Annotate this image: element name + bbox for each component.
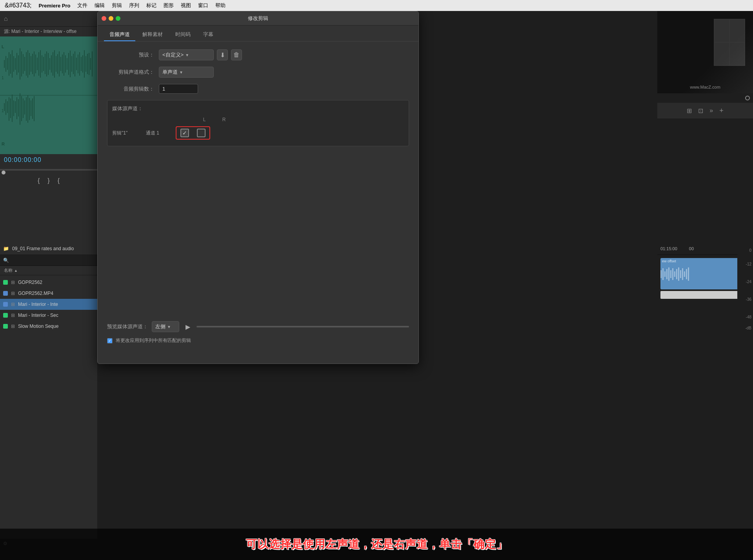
menu-premiere[interactable]: Premiere Pro xyxy=(39,3,71,9)
svg-rect-9 xyxy=(18,55,19,73)
file-color-indicator xyxy=(3,313,8,318)
timeline-clip[interactable]: ew offset xyxy=(660,258,750,289)
scrubber-area[interactable] xyxy=(0,166,97,174)
preview-side-select[interactable]: 左侧 ▼ xyxy=(152,321,179,332)
source-monitor: ⌂ 源: Mari - Interior - Interview - offse… xyxy=(0,11,97,242)
apple-menu[interactable]: &#63743; xyxy=(5,2,32,9)
svg-rect-29 xyxy=(49,58,50,70)
db-label-db: -dB xyxy=(745,326,751,330)
trash-icon: 🗑 xyxy=(233,51,240,58)
svg-rect-72 xyxy=(26,97,27,121)
format-row: 剪辑声道格式： 单声道 ▼ xyxy=(107,67,409,78)
clip-label: 剪辑"1" xyxy=(112,130,140,136)
svg-rect-83 xyxy=(670,270,671,278)
list-item[interactable]: ⊞ GOPR2562.MP4 xyxy=(0,288,97,299)
file-color-indicator xyxy=(3,302,8,307)
menu-help[interactable]: 帮助 xyxy=(215,2,226,9)
out-point-icon[interactable]: } xyxy=(47,177,49,184)
svg-rect-41 xyxy=(68,53,69,75)
fit-height-icon[interactable]: ⊡ xyxy=(698,107,703,115)
svg-rect-61 xyxy=(9,97,9,121)
fit-width-icon[interactable]: ⊞ xyxy=(687,107,692,115)
menu-view[interactable]: 视图 xyxy=(181,2,191,9)
format-select[interactable]: 单声道 ▼ xyxy=(159,67,214,78)
timeline-clip-white[interactable] xyxy=(660,291,750,299)
program-monitor: www.MacZ.com ⊞ ⊡ » + xyxy=(657,11,753,242)
annotation-text: 可以选择是使用左声道，还是右声道，单击「确定」 xyxy=(246,537,507,552)
search-bar[interactable]: 🔍 xyxy=(0,255,97,266)
dialog-title: 修改剪辑 xyxy=(248,15,268,22)
menu-clip[interactable]: 剪辑 xyxy=(112,2,122,9)
playhead-circle[interactable] xyxy=(745,96,750,100)
file-grid-icon: ⊞ xyxy=(11,280,15,285)
apply-all-checkbox[interactable]: ✓ xyxy=(107,338,113,344)
scrubber-thumb[interactable] xyxy=(2,171,5,175)
channel-r-checkbox[interactable]: ✓ xyxy=(197,129,206,137)
preset-label: 预设： xyxy=(107,51,154,58)
preset-save-button[interactable]: ⬇ xyxy=(217,49,228,60)
svg-rect-45 xyxy=(75,51,75,76)
more-icon[interactable]: » xyxy=(709,107,713,114)
svg-rect-20 xyxy=(35,55,36,73)
maximize-button[interactable] xyxy=(116,16,120,21)
svg-rect-82 xyxy=(668,267,669,281)
scrubber-bar[interactable] xyxy=(0,169,97,171)
db-label-36: -36 xyxy=(746,291,751,308)
menu-file[interactable]: 文件 xyxy=(77,2,87,9)
list-item[interactable]: ⊞ Mari - Interior - Sec xyxy=(0,310,97,321)
preview-progress-bar[interactable] xyxy=(196,326,409,327)
search-input[interactable] xyxy=(11,258,94,263)
svg-rect-53 xyxy=(87,54,88,74)
count-label: 音频剪辑数： xyxy=(107,85,154,93)
name-column-header: 名称 ▲ xyxy=(4,267,18,273)
home-icon[interactable]: ⌂ xyxy=(4,15,8,22)
file-color-indicator xyxy=(3,280,8,285)
channel-l-checkbox[interactable]: ✓ xyxy=(180,129,189,137)
list-item[interactable]: ⊞ Mari - Interior - Inte xyxy=(0,299,97,310)
media-source-label: 媒体源声道： xyxy=(112,105,143,112)
in-point-icon[interactable]: { xyxy=(38,177,40,184)
svg-rect-32 xyxy=(54,50,55,78)
preset-select[interactable]: <自定义> ▼ xyxy=(159,49,214,60)
sort-arrow-icon: ▲ xyxy=(14,269,18,273)
list-item[interactable]: ⊞ GOPR2562 xyxy=(0,277,97,288)
minimize-button[interactable] xyxy=(109,16,113,21)
source-label: 源: Mari - Interior - Interview - offse xyxy=(0,27,97,36)
tab-timecode[interactable]: 时间码 xyxy=(170,29,196,41)
svg-rect-19 xyxy=(34,51,35,76)
add-panel-icon[interactable]: + xyxy=(719,107,724,115)
menu-edit[interactable]: 编辑 xyxy=(95,2,105,9)
menubar: &#63743; Premiere Pro 文件 编辑 剪辑 序列 标记 图形 … xyxy=(0,0,753,11)
close-button[interactable] xyxy=(102,16,106,21)
menu-window[interactable]: 窗口 xyxy=(198,2,208,9)
svg-rect-91 xyxy=(686,269,687,279)
modify-clip-dialog: 修改剪辑 音频声道 解释素材 时间码 字幕 预设： <自定义> ▼ ⬇ 🗑 剪辑… xyxy=(97,11,419,364)
menu-sequence[interactable]: 序列 xyxy=(129,2,139,9)
apply-checkmark-icon: ✓ xyxy=(108,338,111,343)
tab-captions[interactable]: 字幕 xyxy=(198,29,219,41)
file-name-label: GOPR2562 xyxy=(18,280,42,285)
file-list: ⊞ GOPR2562 ⊞ GOPR2562.MP4 ⊞ Mari - Inter… xyxy=(0,275,97,333)
svg-rect-65 xyxy=(15,101,16,113)
svg-rect-74 xyxy=(29,98,30,120)
svg-rect-17 xyxy=(31,56,31,72)
svg-rect-35 xyxy=(59,51,60,76)
apply-label: 将更改应用到序列中所有匹配的剪辑 xyxy=(116,337,191,344)
menu-graphics[interactable]: 图形 xyxy=(164,2,174,9)
playhead-icon[interactable]: { xyxy=(58,177,60,184)
list-item[interactable]: ⊞ Slow Motion Seque xyxy=(0,321,97,332)
preview-play-button[interactable]: ▶ xyxy=(183,322,193,331)
svg-rect-66 xyxy=(16,97,17,119)
preset-delete-button[interactable]: 🗑 xyxy=(231,49,242,60)
svg-rect-87 xyxy=(678,267,679,281)
svg-rect-80 xyxy=(664,271,666,277)
svg-rect-70 xyxy=(23,98,24,118)
tab-audio-channels[interactable]: 音频声道 xyxy=(104,29,135,41)
svg-rect-2 xyxy=(7,58,8,70)
window-graphic xyxy=(714,19,745,66)
preview-src-label: 预览媒体源声道： xyxy=(107,323,148,330)
menu-marker[interactable]: 标记 xyxy=(146,2,156,9)
tab-interpret-footage[interactable]: 解释素材 xyxy=(137,29,168,41)
file-color-indicator xyxy=(3,324,8,329)
clip-count-input[interactable] xyxy=(159,84,198,94)
